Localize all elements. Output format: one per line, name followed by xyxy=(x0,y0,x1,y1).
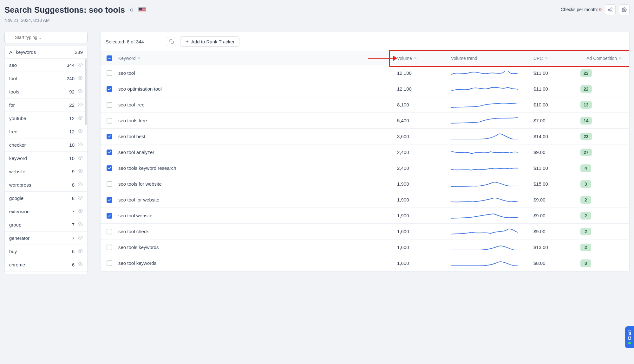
sidebar-keyword-item[interactable]: free 12 xyxy=(5,125,87,138)
col-volume[interactable]: Volume⇅ xyxy=(395,56,448,61)
sidebar-item-count: 8 xyxy=(72,195,75,201)
cell-keyword[interactable]: seo tools free xyxy=(118,118,395,123)
col-keyword[interactable]: Keyword⇅ xyxy=(118,56,395,61)
sidebar-item-label: keyword xyxy=(9,156,27,161)
cell-cpc: $9.00 xyxy=(531,150,578,155)
eye-icon[interactable] xyxy=(78,262,83,268)
add-to-rank-tracker-button[interactable]: Add to Rank Tracker xyxy=(180,36,239,47)
svg-point-5 xyxy=(624,9,625,10)
eye-icon[interactable] xyxy=(78,75,83,81)
share-button[interactable] xyxy=(605,4,616,15)
cell-volume: 1,600 xyxy=(395,245,448,250)
cell-keyword[interactable]: seo tool check xyxy=(118,229,395,234)
eye-icon[interactable] xyxy=(78,102,83,108)
scrollbar-thumb[interactable] xyxy=(85,59,87,125)
sidebar-keyword-item[interactable]: generator 7 xyxy=(5,232,87,245)
row-checkbox[interactable] xyxy=(107,260,112,266)
cell-keyword[interactable]: seo tool for website xyxy=(118,197,395,202)
cell-keyword[interactable]: seo optimisation tool xyxy=(118,86,395,92)
cell-keyword[interactable]: seo tool website xyxy=(118,213,395,218)
row-checkbox[interactable] xyxy=(107,70,112,76)
eye-icon[interactable] xyxy=(78,129,83,135)
col-volume-trend[interactable]: Volume trend xyxy=(448,56,531,61)
cell-keyword[interactable]: seo tools keywords xyxy=(118,245,395,250)
sidebar-keyword-item[interactable]: keyword 10 xyxy=(5,152,87,165)
settings-button[interactable] xyxy=(619,4,630,15)
sidebar-keyword-item[interactable]: checker 10 xyxy=(5,138,87,152)
select-all-checkbox[interactable] xyxy=(107,55,112,61)
table-header: Keyword⇅ Volume⇅ Volume trend CPC⇅ Ad Co… xyxy=(101,51,629,65)
eye-icon[interactable] xyxy=(78,182,83,188)
sidebar-keyword-item[interactable]: buy 6 xyxy=(5,245,87,258)
row-checkbox[interactable] xyxy=(107,197,112,203)
col-ad-competition[interactable]: Ad Competition⇅ xyxy=(578,56,629,61)
svg-point-22 xyxy=(80,250,81,252)
sparkline-icon xyxy=(451,243,518,252)
sidebar-keyword-item[interactable]: chrome 6 xyxy=(5,258,87,271)
eye-icon[interactable] xyxy=(78,222,83,228)
sidebar-item-count: 9 xyxy=(72,169,75,174)
sidebar-keyword-item[interactable]: tools 92 xyxy=(5,85,87,99)
eye-icon[interactable] xyxy=(78,142,83,148)
sidebar-keyword-item[interactable]: extension 7 xyxy=(5,205,87,218)
row-checkbox[interactable] xyxy=(107,213,112,219)
cell-keyword[interactable]: seo tools keyword research xyxy=(118,165,395,171)
eye-icon[interactable] xyxy=(78,62,83,68)
cell-volume-trend xyxy=(448,180,531,188)
table-row: seo tools keywords 1,600 $13.00 2 xyxy=(101,239,629,255)
eye-icon[interactable] xyxy=(78,89,83,95)
row-checkbox[interactable] xyxy=(107,150,112,155)
row-checkbox[interactable] xyxy=(107,181,112,187)
table-row: seo tool free 8,100 $10.00 13 xyxy=(101,97,629,113)
row-checkbox[interactable] xyxy=(107,86,112,92)
sidebar-item-label: tools xyxy=(9,89,19,94)
eye-icon[interactable] xyxy=(78,208,83,214)
cell-keyword[interactable]: seo tool xyxy=(118,70,395,76)
sidebar-keyword-item[interactable]: website 9 xyxy=(5,165,87,178)
keyword-filter-panel: All keywords 289 seo 344 tool 240 tools … xyxy=(4,46,88,274)
svg-point-23 xyxy=(80,264,81,265)
sidebar-keyword-item[interactable]: google 8 xyxy=(5,192,87,205)
sparkline-icon xyxy=(451,116,518,125)
cell-volume-trend xyxy=(448,195,531,204)
sparkline-icon xyxy=(451,195,518,204)
cell-cpc: $13.00 xyxy=(531,245,578,250)
eye-icon[interactable] xyxy=(78,169,83,175)
sidebar-keyword-item[interactable]: for 22 xyxy=(5,99,87,112)
cell-keyword[interactable]: seo tool analyzer xyxy=(118,150,395,155)
row-checkbox[interactable] xyxy=(107,118,112,124)
cell-keyword[interactable]: seo tool free xyxy=(118,102,395,107)
sidebar-keyword-item[interactable]: group 7 xyxy=(5,218,87,232)
sidebar-item-label: for xyxy=(9,102,15,108)
cell-volume-trend xyxy=(448,116,531,125)
sidebar-keyword-item[interactable]: tool 240 xyxy=(5,72,87,85)
eye-icon[interactable] xyxy=(78,115,83,121)
row-checkbox[interactable] xyxy=(107,134,112,139)
sidebar-keyword-item[interactable]: youtube 12 xyxy=(5,112,87,125)
row-checkbox[interactable] xyxy=(107,229,112,234)
eye-icon[interactable] xyxy=(78,248,83,254)
copy-button[interactable] xyxy=(167,37,176,46)
sidebar-keyword-item[interactable]: seo 344 xyxy=(5,59,87,72)
table-row: seo tool for website 1,900 $9.00 2 xyxy=(101,192,629,208)
all-keywords-row[interactable]: All keywords 289 xyxy=(5,46,87,59)
eye-icon[interactable] xyxy=(78,235,83,241)
sidebar-keyword-item[interactable]: wordpress 8 xyxy=(5,178,87,192)
keyword-filter-input[interactable] xyxy=(4,32,88,43)
row-checkbox[interactable] xyxy=(107,245,112,250)
table-row: seo tool analyzer 2,400 $9.00 27 xyxy=(101,144,629,160)
table-row: seo tools for website 1,900 $15.00 3 xyxy=(101,176,629,192)
eye-icon[interactable] xyxy=(78,155,83,161)
cell-keyword[interactable]: seo tool best xyxy=(118,134,395,139)
sidebar-item-label: youtube xyxy=(9,116,26,121)
sidebar-keyword-item[interactable]: adda 6 xyxy=(5,271,87,274)
cell-keyword[interactable]: seo tool keywords xyxy=(118,260,395,266)
row-checkbox[interactable] xyxy=(107,165,112,171)
sidebar-item-label: free xyxy=(9,129,17,134)
sparkline-icon xyxy=(451,211,518,220)
col-cpc[interactable]: CPC⇅ xyxy=(531,56,578,61)
svg-point-20 xyxy=(80,224,81,225)
row-checkbox[interactable] xyxy=(107,102,112,108)
eye-icon[interactable] xyxy=(78,195,83,201)
cell-keyword[interactable]: seo tools for website xyxy=(118,181,395,187)
